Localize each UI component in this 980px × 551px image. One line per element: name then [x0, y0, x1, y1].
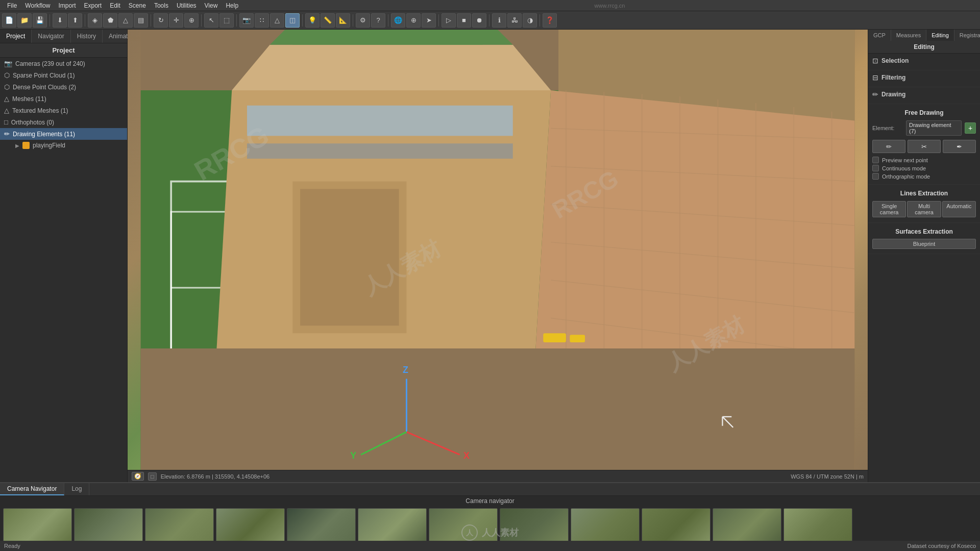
- toolbar-help[interactable]: ?: [371, 13, 385, 28]
- toolbar-open[interactable]: 📁: [17, 13, 32, 28]
- add-element-btn[interactable]: +: [965, 122, 976, 134]
- menu-edit[interactable]: Edit: [107, 1, 124, 10]
- toolbar-stop[interactable]: ■: [457, 13, 471, 28]
- menu-export[interactable]: Export: [81, 1, 105, 10]
- bottom-area: Camera Navigator Log Camera navigator 人 …: [0, 482, 980, 551]
- menu-workflow[interactable]: Workflow: [22, 1, 53, 10]
- svg-line-47: [722, 417, 733, 428]
- preview-next-row: Preview next point: [872, 157, 976, 163]
- toolbar-light[interactable]: 💡: [305, 13, 320, 28]
- toolbar-import[interactable]: ⬇: [53, 13, 67, 28]
- menu-bar: File Workflow Import Export Edit Scene T…: [0, 0, 980, 11]
- dense-clouds-icon: ⬡: [4, 83, 10, 91]
- toolbar-render[interactable]: ◑: [523, 13, 537, 28]
- element-value[interactable]: Drawing element (7): [906, 120, 962, 136]
- nav-mode-btn[interactable]: 🧭: [132, 472, 144, 481]
- item-drawing-elements[interactable]: ✏ Drawing Elements (11): [0, 128, 127, 140]
- toolbar-export[interactable]: ⬆: [68, 13, 82, 28]
- cameras-icon: 📷: [4, 60, 12, 67]
- tab-camera-navigator[interactable]: Camera Navigator: [0, 483, 64, 495]
- orthographic-mode-checkbox[interactable]: [872, 173, 879, 180]
- bottom-tabs: Camera Navigator Log: [0, 483, 980, 496]
- toolbar: 📄 📁 💾 ⬇ ⬆ ◈ ⬟ △ ▤ ↻ ✛ ⊕ ↖ ⬚ 📷 ∷ △ ◫ 💡 📏 …: [0, 11, 980, 30]
- menu-help[interactable]: Help: [223, 1, 241, 10]
- toolbar-rotate[interactable]: ↻: [154, 13, 168, 28]
- tab-gcp[interactable]: GCP: [868, 30, 891, 41]
- toolbar-settings[interactable]: ⚙: [356, 13, 370, 28]
- item-orthophotos[interactable]: □ Orthophotos (0): [0, 116, 127, 128]
- automatic-btn[interactable]: Automatic: [942, 201, 976, 217]
- toolbar-arrow[interactable]: ➤: [422, 13, 436, 28]
- tab-history[interactable]: History: [71, 30, 103, 43]
- svg-line-38: [406, 432, 459, 455]
- toolbar-play[interactable]: ▷: [442, 13, 456, 28]
- svg-text:人人素材: 人人素材: [662, 311, 749, 375]
- toolbar-align[interactable]: ◈: [88, 13, 102, 28]
- item-sparse-cloud[interactable]: ⬡ Sparse Point Cloud (1): [0, 69, 127, 81]
- toolbar-new[interactable]: 📄: [2, 13, 16, 28]
- svg-line-32: [551, 280, 854, 313]
- menu-scene[interactable]: Scene: [126, 1, 149, 10]
- toolbar-info[interactable]: ℹ: [492, 13, 506, 28]
- toolbar-zoom[interactable]: ⊕: [184, 13, 199, 28]
- svg-text:RRCG: RRCG: [189, 120, 274, 186]
- toolbar-record[interactable]: ⏺: [472, 13, 486, 28]
- svg-rect-14: [247, 143, 513, 159]
- view-mode-btn[interactable]: □: [148, 472, 157, 481]
- svg-text:X: X: [463, 450, 470, 461]
- toolbar-texture[interactable]: ▤: [134, 13, 148, 28]
- toolbar-gps[interactable]: 🌐: [391, 13, 405, 28]
- toolbar-move[interactable]: ✛: [169, 13, 183, 28]
- viewport[interactable]: Z X Y RRCG 人人素材 RRCG 人人素材 🧭 □ Elevation:: [128, 30, 868, 482]
- viewport-image: Z X Y RRCG 人人素材 RRCG 人人素材: [128, 30, 868, 470]
- svg-rect-18: [300, 189, 399, 325]
- single-camera-btn[interactable]: Single camera: [872, 201, 906, 217]
- surfaces-extraction-section: Surfaces Extraction Blueprint: [868, 223, 980, 254]
- toolbar-target[interactable]: ⊕: [406, 13, 421, 28]
- toolbar-select[interactable]: ↖: [204, 13, 218, 28]
- toolbar-question[interactable]: ❓: [543, 13, 557, 28]
- toolbar-rectangle[interactable]: ⬚: [219, 13, 234, 28]
- tab-project[interactable]: Project: [0, 30, 32, 43]
- edit-cut-btn[interactable]: ✂: [908, 140, 941, 153]
- toolbar-save[interactable]: 💾: [33, 13, 47, 28]
- tab-log[interactable]: Log: [64, 483, 89, 495]
- tab-registration[interactable]: Registration: [954, 30, 980, 41]
- preview-next-label: Preview next point: [882, 157, 928, 163]
- menu-import[interactable]: Import: [55, 1, 79, 10]
- edit-pen-btn[interactable]: ✒: [943, 140, 976, 153]
- menu-tools[interactable]: Tools: [151, 1, 172, 10]
- multi-camera-btn[interactable]: Multi camera: [907, 201, 941, 217]
- meshes-icon: △: [4, 95, 9, 103]
- tab-editing[interactable]: Editing: [926, 30, 954, 41]
- cameras-label: Cameras (239 out of 240): [15, 60, 85, 67]
- blueprint-btn[interactable]: Blueprint: [872, 239, 976, 249]
- toolbar-point-cloud[interactable]: ∷: [255, 13, 269, 28]
- toolbar-model-view[interactable]: △: [270, 13, 284, 28]
- tab-navigator[interactable]: Navigator: [32, 30, 70, 43]
- toolbar-measure[interactable]: 📏: [321, 13, 335, 28]
- menu-view[interactable]: View: [202, 1, 221, 10]
- svg-marker-4: [141, 90, 558, 470]
- item-textured-meshes[interactable]: △ Textured Meshes (1): [0, 105, 127, 116]
- left-panel: Project Navigator History Animator ✕ Pro…: [0, 30, 128, 482]
- item-dense-clouds[interactable]: ⬡ Dense Point Clouds (2): [0, 81, 127, 93]
- item-meshes[interactable]: △ Meshes (11): [0, 93, 127, 105]
- toolbar-mesh[interactable]: △: [118, 13, 133, 28]
- toolbar-ortho-view[interactable]: ◫: [285, 13, 300, 28]
- item-playing-field[interactable]: ▶ playingField: [0, 140, 127, 151]
- item-cameras[interactable]: 📷 Cameras (239 out of 240): [0, 58, 127, 69]
- coordinate-system: WGS 84 / UTM zone 52N | m: [791, 473, 864, 480]
- textured-meshes-icon: △: [4, 107, 9, 114]
- continuous-mode-checkbox[interactable]: [872, 165, 879, 171]
- toolbar-network[interactable]: 🖧: [507, 13, 522, 28]
- menu-utilities[interactable]: Utilities: [174, 1, 200, 10]
- toolbar-camera-view[interactable]: 📷: [239, 13, 254, 28]
- menu-file[interactable]: File: [4, 1, 20, 10]
- edit-pencil-btn[interactable]: ✏: [872, 140, 905, 153]
- preview-next-checkbox[interactable]: [872, 157, 879, 163]
- watermark-url: www.rrcg.cn: [243, 2, 976, 10]
- toolbar-dense[interactable]: ⬟: [103, 13, 117, 28]
- toolbar-ruler[interactable]: 📐: [336, 13, 350, 28]
- tab-measures[interactable]: Measures: [891, 30, 926, 41]
